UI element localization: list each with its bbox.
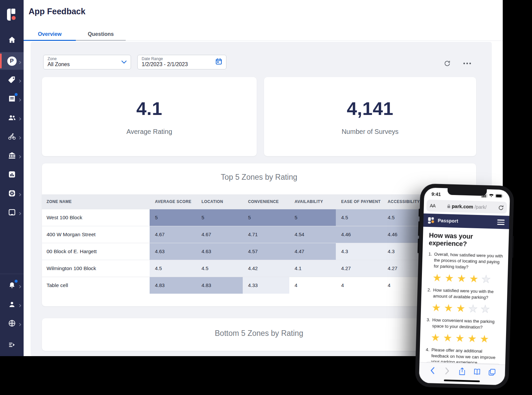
- tab-bar: Overview Questions: [24, 28, 503, 41]
- more-options-button[interactable]: [462, 58, 473, 69]
- survey-question-2: 2. How satisfied were you with the amoun…: [427, 287, 503, 301]
- star-filled-icon[interactable]: ★: [445, 273, 454, 283]
- lock-icon: [447, 204, 451, 208]
- zone-select[interactable]: Zone All Zones: [43, 55, 131, 69]
- sidebar-item-people[interactable]: [0, 111, 24, 124]
- forward-icon[interactable]: [443, 366, 452, 375]
- tab-questions[interactable]: Questions: [76, 28, 126, 41]
- sidebar-item-devices[interactable]: [0, 206, 24, 219]
- passport-logo[interactable]: [7, 9, 17, 22]
- score-cell: 4.83: [150, 277, 196, 294]
- phone-notch: [448, 188, 487, 196]
- date-range-field[interactable]: Date Range 1/2/2023 - 2/1/2023: [137, 55, 226, 69]
- back-icon[interactable]: [428, 366, 437, 375]
- zone-name-cell: 400 W Morgan Street: [42, 226, 150, 243]
- logo-square: [11, 9, 15, 14]
- star-filled-icon[interactable]: ★: [456, 303, 466, 314]
- battery-icon: [495, 194, 503, 198]
- table-row[interactable]: Table cell4.834.834.33444: [42, 277, 476, 294]
- star-filled-icon[interactable]: ★: [431, 332, 440, 343]
- question-text: How convenient was the parking space to …: [432, 317, 502, 331]
- sidebar-item-account[interactable]: [0, 298, 24, 311]
- sidebar-divider: [0, 274, 24, 274]
- column-header: CONVENIENCE: [243, 194, 289, 209]
- star-empty-icon[interactable]: ★: [480, 304, 490, 314]
- score-cell: 5: [289, 209, 336, 226]
- bar-chart-icon: [8, 170, 16, 179]
- volume-down-button: [418, 239, 419, 253]
- score-cell: 4.67: [196, 226, 243, 243]
- star-empty-icon[interactable]: ★: [468, 303, 478, 314]
- browser-toolbar: [419, 362, 505, 385]
- hamburger-menu-icon[interactable]: [497, 220, 504, 225]
- star-filled-icon[interactable]: ★: [467, 333, 477, 344]
- sidebar-item-bank[interactable]: [0, 149, 24, 162]
- zone-name-cell: West 100 Block: [42, 209, 150, 226]
- browser-url-bar[interactable]: AA park.com/park/: [426, 200, 507, 214]
- passport-logo-small: [428, 217, 435, 224]
- sidebar: P: [0, 0, 24, 356]
- sidebar-collapse-toggle[interactable]: [0, 338, 24, 351]
- star-empty-icon[interactable]: ★: [481, 274, 491, 284]
- sidebar-item-home[interactable]: [0, 33, 24, 47]
- star-filled-icon[interactable]: ★: [479, 334, 489, 344]
- reload-icon[interactable]: [498, 205, 503, 210]
- sidebar-item-reports[interactable]: [0, 168, 24, 181]
- table-row[interactable]: Wilmington 100 Block4.54.54.424.14.274.2…: [42, 260, 476, 277]
- star-rating-2: ★★★★★: [432, 302, 502, 315]
- score-cell: 4.71: [243, 226, 289, 243]
- volume-up-button: [418, 221, 420, 236]
- surveys-count-value: 4,141: [347, 98, 393, 119]
- star-rating-1: ★★★★★: [432, 272, 503, 285]
- sidebar-item-receipts[interactable]: [0, 92, 24, 105]
- gear-icon: [8, 189, 16, 198]
- chevron-right-icon: [19, 116, 22, 122]
- table-row[interactable]: 00 Block of E. Hargett4.634.634.574.474.…: [42, 243, 476, 260]
- question-number: 3.: [426, 317, 432, 329]
- column-header: AVAILABILITY: [289, 194, 336, 209]
- refresh-icon: [444, 60, 451, 67]
- score-cell: 4.3: [336, 243, 382, 260]
- star-filled-icon[interactable]: ★: [443, 333, 453, 343]
- bookmarks-icon[interactable]: [472, 367, 481, 376]
- page-title: App Feedback: [29, 7, 85, 16]
- chevron-right-icon: [19, 97, 22, 103]
- phone-frame: 9:41 AA park.com/park/: [415, 183, 514, 389]
- sidebar-item-parking[interactable]: P: [0, 52, 24, 70]
- chevron-right-icon: [19, 322, 22, 328]
- sidebar-item-notifications[interactable]: [0, 279, 24, 292]
- refresh-button[interactable]: [442, 58, 453, 69]
- question-text: How satisfied were you with the amount o…: [433, 287, 503, 301]
- top-zones-card: Top 5 Zones by Rating ZONE NAMEAVERAGE S…: [42, 163, 476, 306]
- sidebar-item-settings[interactable]: [0, 187, 24, 200]
- tab-overview[interactable]: Overview: [24, 28, 76, 41]
- survey-question-1: 1. Overall, how satisfied were you with …: [428, 251, 503, 271]
- text-size-button[interactable]: AA: [430, 203, 436, 208]
- sidebar-bottom: [0, 272, 24, 356]
- sidebar-item-language[interactable]: [0, 317, 24, 330]
- table-row[interactable]: 400 W Morgan Street4.674.674.714.544.464…: [42, 226, 476, 243]
- chevron-right-icon: [19, 192, 22, 198]
- score-cell: 4.33: [243, 277, 289, 294]
- share-icon[interactable]: [458, 367, 466, 376]
- tabs-icon[interactable]: [487, 368, 496, 377]
- star-filled-icon[interactable]: ★: [455, 333, 465, 344]
- more-ellipsis-icon: [463, 62, 471, 64]
- chevron-right-icon: [19, 303, 22, 309]
- score-cell: 4.42: [243, 260, 289, 277]
- score-cell: 4.5: [150, 260, 196, 277]
- star-filled-icon[interactable]: ★: [444, 303, 454, 313]
- star-filled-icon[interactable]: ★: [432, 302, 441, 313]
- score-cell: 5: [243, 209, 289, 226]
- column-header: AVERAGE SCORE: [150, 194, 196, 209]
- stat-card-average-rating: 4.1 Average Rating: [42, 77, 257, 156]
- sidebar-item-bike[interactable]: [0, 130, 24, 143]
- status-time: 9:41: [431, 191, 441, 197]
- star-filled-icon[interactable]: ★: [432, 272, 442, 283]
- sidebar-item-tags[interactable]: [0, 73, 24, 86]
- star-filled-icon[interactable]: ★: [457, 273, 466, 284]
- table-row[interactable]: West 100 Block55554.54.5: [42, 209, 476, 226]
- chevron-right-icon: [19, 59, 22, 65]
- star-filled-icon[interactable]: ★: [469, 273, 479, 284]
- chevron-down-icon: [121, 59, 127, 65]
